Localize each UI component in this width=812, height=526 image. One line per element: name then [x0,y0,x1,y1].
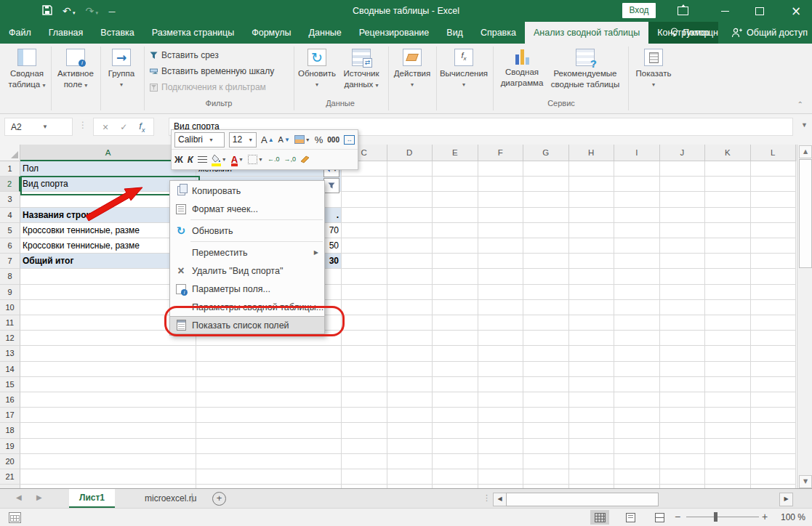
cell-D9[interactable] [387,285,433,300]
cell-G7[interactable] [523,254,569,269]
cell-E16[interactable] [433,392,478,408]
cell-K15[interactable] [705,377,751,392]
cell-D7[interactable] [387,254,433,269]
row-header-19[interactable]: 19 [0,439,20,454]
row-header-20[interactable]: 20 [0,454,20,469]
menu-item-2[interactable]: Формат ячеек... [170,200,324,218]
cell-L19[interactable] [751,439,797,454]
pivot-chart-button[interactable]: Сводная диаграмма [499,46,545,88]
cancel-entry-icon[interactable]: × [102,121,108,133]
cell-J20[interactable] [660,454,706,469]
cell-G2[interactable] [523,177,569,192]
cell-I17[interactable] [614,408,660,423]
cell-L3[interactable] [751,192,797,207]
cell-H3[interactable] [569,192,615,207]
cell-K12[interactable] [705,331,751,346]
cell-L1[interactable] [751,161,797,177]
cell-D15[interactable] [387,377,433,392]
zoom-slider-track[interactable] [686,517,759,517]
cell-A21[interactable] [20,469,196,485]
cell-H16[interactable] [569,392,615,408]
cell-L14[interactable] [751,362,797,377]
menu-item-1[interactable]: Копировать [170,182,324,200]
row-header-10[interactable]: 10 [0,300,20,315]
row-header-21[interactable]: 21 [0,469,20,485]
row-header-17[interactable]: 17 [0,408,20,423]
cell-F7[interactable] [478,254,524,269]
cell-A13[interactable] [20,346,196,361]
comma-style-button[interactable]: 000 [327,136,339,144]
row-header-14[interactable]: 14 [0,362,20,377]
cell-J4[interactable] [660,208,706,223]
sheet-tab-microexcel.ru[interactable]: microexcel.ru [134,489,206,508]
cell-I20[interactable] [614,454,660,469]
cell-G10[interactable] [523,300,569,315]
name-box[interactable]: A2▼ [4,118,73,136]
cell-K18[interactable] [705,423,751,438]
increase-font-icon[interactable]: A▲ [261,134,274,145]
cell-F1[interactable] [478,161,524,177]
cell-H17[interactable] [569,408,615,423]
cell-E3[interactable] [433,192,478,207]
cell-F9[interactable] [478,285,524,300]
cell-D11[interactable] [387,315,433,331]
cell-J9[interactable] [660,285,706,300]
cell-I1[interactable] [614,161,660,177]
cell-D5[interactable] [387,223,433,238]
cell-H20[interactable] [569,454,615,469]
cell-J3[interactable] [660,192,706,207]
ribbon-tab-7[interactable]: Рецензирование [350,22,438,44]
cell-G15[interactable] [523,377,569,392]
cell-J7[interactable] [660,254,706,269]
cell-G8[interactable] [523,269,569,284]
cell-C12[interactable] [342,331,387,346]
cell-I3[interactable] [614,192,660,207]
sheet-prev-icon[interactable]: ◀ [16,493,22,501]
cell-A18[interactable] [20,423,196,438]
italic-button[interactable]: К [188,154,193,165]
cell-D14[interactable] [387,362,433,377]
cell-A15[interactable] [20,377,196,392]
align-center-icon[interactable] [198,156,207,163]
cell-K4[interactable] [705,208,751,223]
cell-K21[interactable] [705,469,751,485]
cell-I19[interactable] [614,439,660,454]
ribbon-tab-10[interactable]: Анализ сводной таблицы [525,22,648,44]
cell-L20[interactable] [751,454,797,469]
cell-G5[interactable] [523,223,569,238]
cell-G1[interactable] [523,161,569,177]
tabstrip-resize-grip[interactable]: ⋮ [483,493,491,503]
cell-H1[interactable] [569,161,615,177]
row-header-8[interactable]: 8 [0,269,20,284]
undo-icon[interactable]: ↶ ▾ [63,5,75,17]
cell-L7[interactable] [751,254,797,269]
zoom-slider-thumb[interactable] [714,512,717,522]
cell-C16[interactable] [342,392,387,408]
cell-F11[interactable] [478,315,524,331]
row-header-13[interactable]: 13 [0,346,20,361]
cell-E8[interactable] [433,269,478,284]
cell-G11[interactable] [523,315,569,331]
row-header-12[interactable]: 12 [0,331,20,346]
cell-I21[interactable] [614,469,660,485]
bold-button[interactable]: Ж [174,154,183,165]
maximize-icon[interactable] [747,0,772,22]
decrease-font-icon[interactable]: A▼ [278,135,290,144]
active-field-button[interactable]: i Активное поле ▾ [54,46,97,90]
cell-F13[interactable] [478,346,524,361]
column-header-D[interactable]: D [387,145,433,161]
cell-H15[interactable] [569,377,615,392]
cell-B18[interactable] [196,423,342,438]
column-header-L[interactable]: L [751,145,797,161]
cell-I6[interactable] [614,238,660,254]
cell-D3[interactable] [387,192,433,207]
row-header-5[interactable]: 5 [0,223,20,238]
cell-C8[interactable] [342,269,387,284]
borders-icon[interactable]: ▼ [248,155,263,164]
insert-slicer-button[interactable]: Вставить срез [150,50,219,60]
increase-decimal-icon[interactable]: ←.0 [268,155,280,163]
confirm-entry-icon[interactable]: ✓ [120,122,127,132]
cell-L15[interactable] [751,377,797,392]
zoom-out-button[interactable]: − [675,511,680,522]
cell-H7[interactable] [569,254,615,269]
